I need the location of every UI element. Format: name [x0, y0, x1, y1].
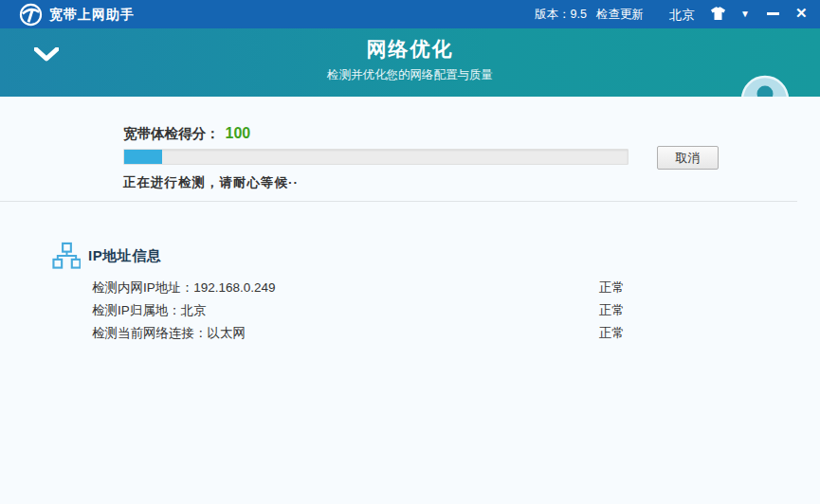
score-value: 100 — [226, 125, 251, 141]
skin-theme-icon[interactable] — [709, 7, 727, 21]
titlebar: 宽带上网助手 版本：9.5 检查更新 北京 ▼ ✕ — [0, 0, 820, 28]
cancel-button[interactable]: 取消 — [657, 146, 719, 170]
city-label[interactable]: 北京 — [669, 7, 695, 24]
table-row: 检测当前网络连接：以太网 正常 — [0, 322, 820, 345]
app-title: 宽带上网助手 — [49, 7, 135, 24]
ip-section-header: IP地址信息 — [52, 242, 161, 270]
ip-section-title: IP地址信息 — [88, 247, 161, 265]
minimize-button[interactable] — [767, 12, 779, 15]
table-row: 检测IP归属地：北京 正常 — [0, 299, 820, 322]
close-button[interactable]: ✕ — [795, 5, 808, 22]
app-window: 宽带上网助手 版本：9.5 检查更新 北京 ▼ ✕ 网络优化 检测并优化您的网络… — [0, 0, 820, 504]
status-badge: 正常 — [599, 325, 625, 342]
progress-bar — [123, 149, 629, 165]
main-content: 宽带体检得分：100 取消 正在进行检测，请耐心等候·· IP地址信息 检测内网… — [0, 97, 820, 504]
score-line: 宽带体检得分：100 — [123, 125, 250, 143]
scan-status-text: 正在进行检测，请耐心等候·· — [123, 174, 299, 191]
check-item-label: 检测内网IP地址：192.168.0.249 — [92, 279, 276, 297]
check-item-label: 检测IP归属地：北京 — [92, 302, 207, 319]
app-logo-icon — [19, 3, 43, 27]
status-badge: 正常 — [599, 302, 625, 319]
menu-caret-icon[interactable]: ▼ — [740, 9, 750, 19]
version-label: 版本：9.5 — [535, 7, 587, 23]
check-item-label: 检测当前网络连接：以太网 — [92, 325, 246, 342]
score-label: 宽带体检得分： — [123, 126, 220, 141]
table-row: 检测内网IP地址：192.168.0.249 正常 — [0, 277, 820, 299]
status-badge: 正常 — [599, 279, 625, 297]
section-divider — [0, 201, 797, 202]
header-titles: 网络优化 检测并优化您的网络配置与质量 — [0, 36, 820, 83]
page-title: 网络优化 — [0, 36, 820, 63]
check-update-link[interactable]: 检查更新 — [596, 7, 644, 23]
page-subtitle: 检测并优化您的网络配置与质量 — [0, 67, 820, 83]
network-tree-icon — [52, 242, 81, 270]
ip-rows: 检测内网IP地址：192.168.0.249 正常 检测IP归属地：北京 正常 … — [0, 277, 820, 345]
progress-fill — [124, 150, 162, 164]
page-header: 网络优化 检测并优化您的网络配置与质量 — [0, 28, 820, 97]
